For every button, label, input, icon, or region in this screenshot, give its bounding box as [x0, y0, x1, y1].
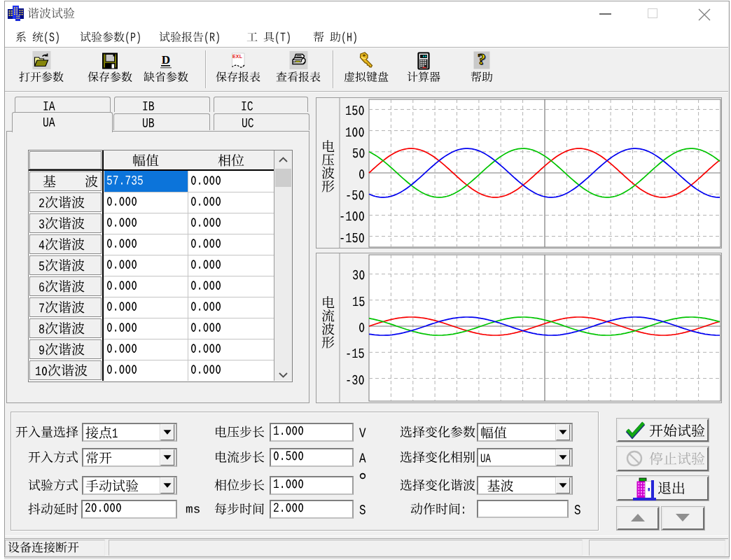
svg-text:D: D — [162, 53, 170, 66]
svg-text:EXL: EXL — [232, 54, 243, 59]
svg-text:?: ? — [478, 50, 486, 68]
